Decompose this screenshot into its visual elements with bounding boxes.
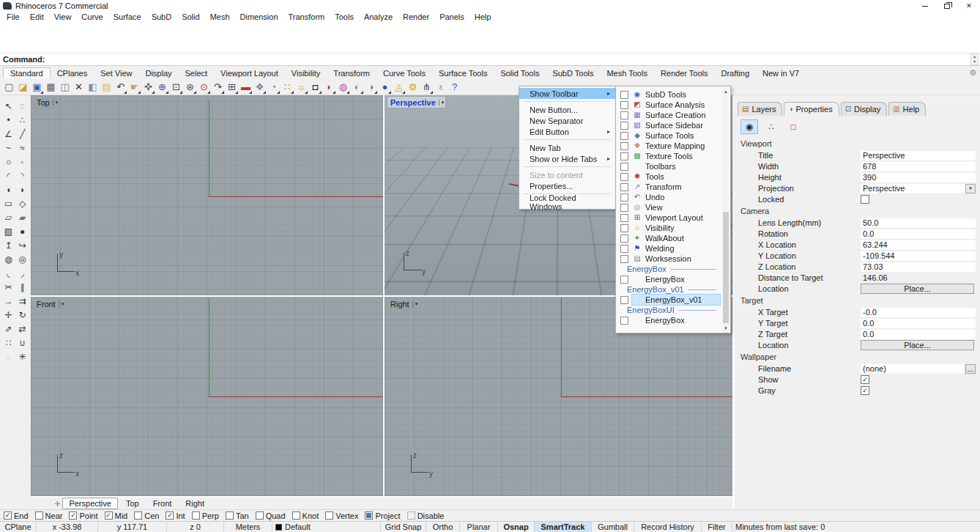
toolbar-visibility-checkbox[interactable] (620, 276, 628, 284)
menubar-item[interactable]: Transform (283, 12, 330, 22)
toolbar-tab[interactable]: Set View (94, 68, 138, 78)
status-segment[interactable]: Osnap (498, 522, 535, 532)
toolbar-tab[interactable]: CPlanes (51, 68, 94, 78)
pan-icon[interactable]: ☛ (127, 79, 141, 95)
options-icon[interactable]: ⚙ (406, 79, 420, 95)
osnap-checkbox[interactable]: ✓ (365, 511, 373, 520)
record-history-icon[interactable]: ⋔ (420, 79, 434, 95)
osnap-toggle[interactable]: ✓ Near (35, 511, 63, 520)
viewport-tab[interactable]: Right (179, 498, 210, 509)
submenu-item[interactable]: ✱ Tools (617, 171, 730, 182)
osnap-checkbox[interactable]: ✓ (134, 511, 142, 520)
select-tool-icon[interactable]: ↖ (4, 102, 12, 111)
osnap-toggle[interactable]: ✓ Tan (226, 511, 249, 520)
toolbar-tab[interactable]: Transform (327, 68, 376, 78)
zoom-selected-icon[interactable]: ⊙ (197, 79, 211, 95)
toolbar-tab[interactable]: Drafting (715, 68, 757, 78)
submenu-item[interactable]: ▦ Surface Creation (617, 110, 730, 120)
trim-tool-icon[interactable]: ✂ (4, 283, 12, 292)
status-segment[interactable]: SmartTrack (535, 522, 592, 532)
toolbar-tab[interactable]: Surface Tools (432, 68, 494, 78)
toolbar-visibility-checkbox[interactable] (620, 317, 628, 325)
array-tool-icon[interactable]: ∷ (6, 339, 12, 347)
submenu-item[interactable]: ▩ Texture Tools (617, 151, 730, 161)
viewport-top[interactable]: Top▾ y x (31, 95, 383, 295)
dropdown-arrow-icon[interactable]: ▾ (965, 184, 976, 193)
menubar-item[interactable]: Render (398, 12, 434, 22)
lock-icon[interactable]: ◘ (308, 79, 322, 95)
toolbar-tab[interactable]: New in V7 (756, 68, 806, 78)
panel-tab[interactable]: ⊡ Display (841, 102, 887, 116)
curve-tool-icon[interactable]: ~ (6, 144, 11, 152)
copy-file-icon[interactable]: ◫ (58, 79, 72, 95)
points-tool-icon[interactable]: ∴ (20, 116, 26, 125)
submenu-item[interactable]: ◩ Surface Analysis (617, 100, 730, 110)
submenu-item[interactable]: ↶ Undo (617, 192, 730, 202)
toolbar-visibility-checkbox[interactable] (620, 173, 628, 181)
osnap-checkbox[interactable]: ✓ (166, 511, 174, 520)
wallpaper-frame-button[interactable]: □ (784, 119, 802, 134)
submenu-item[interactable]: EnergyBox (617, 315, 730, 325)
osnap-checkbox[interactable]: ✓ (256, 511, 264, 520)
toolbar-visibility-checkbox[interactable] (620, 101, 628, 109)
osnap-toggle[interactable]: ✓ Point (69, 511, 97, 520)
toolbar-tab[interactable]: Display (138, 68, 178, 78)
toolbar-tab[interactable]: SubD Tools (546, 68, 600, 78)
chevron-down-icon[interactable]: ▾ (59, 301, 64, 307)
osnap-checkbox[interactable]: ✓ (69, 511, 77, 520)
rendered-display-icon[interactable]: ● (378, 79, 392, 95)
viewport-top-label[interactable]: Top▾ (34, 97, 59, 108)
toolbar-visibility-checkbox[interactable] (620, 142, 628, 150)
viewport-front[interactable]: Front▾ z x (31, 297, 383, 496)
submenu-item[interactable]: ⚑ Welding (617, 243, 730, 254)
property-field[interactable]: (none) (861, 364, 964, 374)
save-file-icon[interactable]: ▣ (30, 79, 44, 95)
render-icon[interactable]: ▬ (239, 79, 253, 95)
toolbar-tab[interactable]: Viewport Layout (214, 68, 285, 78)
chevron-down-icon[interactable]: ▾ (439, 100, 445, 106)
context-menu-item[interactable]: Edit Button ▸ (519, 126, 615, 137)
menubar-item[interactable]: Surface (108, 12, 146, 22)
toolbar-tab[interactable]: Select (179, 68, 215, 78)
dolly-tool-button[interactable]: ∴ (762, 119, 780, 134)
property-field[interactable]: 0.0 (861, 229, 976, 239)
menubar-item[interactable]: View (49, 12, 77, 22)
submenu-item[interactable]: EnergyBox_v01 (617, 284, 730, 295)
toolbar-visibility-checkbox[interactable] (620, 193, 628, 202)
submenu-item[interactable]: ◆ Surface Tools (617, 130, 730, 141)
context-menu-item[interactable]: Properties... ▸ (519, 180, 615, 191)
point-tool-icon[interactable]: • (7, 116, 10, 125)
ghosted-display-icon[interactable]: ◐ (350, 79, 364, 95)
submenu-item[interactable]: ◉ SubD Tools (617, 89, 730, 100)
toolbar-visibility-checkbox[interactable] (620, 163, 628, 171)
viewport-layout-icon[interactable]: ⊞ (225, 79, 239, 95)
property-field[interactable]: Perspective (861, 184, 965, 193)
panel-tab[interactable]: ▥ Help (888, 102, 926, 116)
submenu-item[interactable]: ▧ Surface Sidebar (617, 120, 730, 130)
submenu-item[interactable]: EnergyBox_v01 (617, 295, 730, 305)
ellipsoid-tool-icon[interactable]: ◗ (20, 185, 25, 194)
status-segment[interactable]: Ortho (426, 522, 460, 532)
polyline-tool-icon[interactable]: ∠ (4, 130, 12, 138)
osnap-checkbox[interactable]: ✓ (35, 511, 43, 520)
toolbar-visibility-checkbox[interactable] (620, 204, 628, 212)
toolbar-visibility-checkbox[interactable] (620, 183, 628, 191)
osnap-checkbox[interactable]: ✓ (325, 511, 333, 520)
property-field[interactable]: 678 (861, 162, 976, 171)
undo-icon[interactable]: ↶ (114, 79, 127, 95)
osnap-toggle[interactable]: ✓ Perp (192, 511, 219, 520)
osnap-toggle[interactable]: ✓ Int (166, 511, 185, 520)
toolbar-visibility-checkbox[interactable] (620, 296, 628, 304)
command-input[interactable] (45, 53, 970, 65)
split-tool-icon[interactable]: ∥ (21, 283, 25, 292)
menubar-item[interactable]: Help (469, 12, 497, 22)
rotate-tool-icon[interactable]: ↻ (18, 311, 26, 319)
undo-view-icon[interactable]: ↷ (211, 79, 225, 95)
circle-2pt-icon[interactable]: ◦ (21, 158, 23, 166)
submenu-scrollbar[interactable]: ▲ ▼ (722, 87, 730, 332)
command-history[interactable] (0, 22, 980, 53)
toolbar-visibility-checkbox[interactable] (620, 152, 628, 160)
osnap-toggle[interactable]: ✓ Cen (134, 511, 159, 520)
menubar-item[interactable]: Dimension (235, 12, 283, 22)
render-preview-icon[interactable]: ❖ (253, 79, 267, 95)
